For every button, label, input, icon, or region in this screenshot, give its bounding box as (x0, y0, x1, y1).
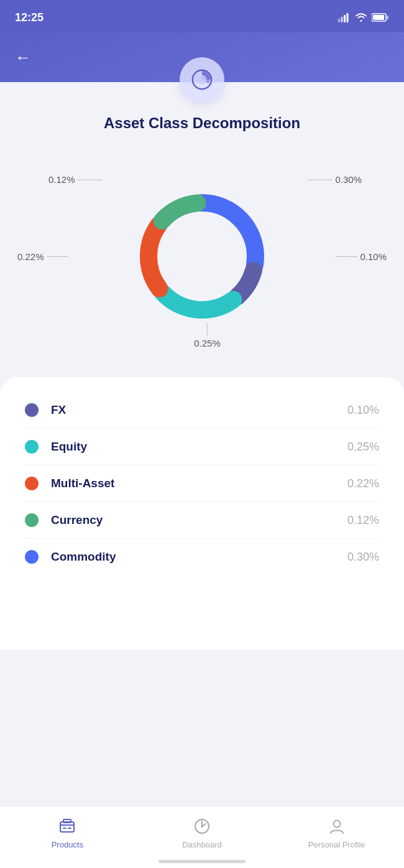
label-fx: 0.10% (336, 251, 387, 262)
page-title: Asset Class Decomposition (0, 114, 404, 132)
signal-icon (338, 12, 351, 22)
nav-label-dashboard: Dashboard (182, 840, 222, 849)
legend-dot-fx (25, 403, 39, 417)
svg-rect-14 (60, 822, 74, 832)
svg-point-19 (201, 825, 203, 828)
svg-rect-1 (341, 17, 343, 22)
legend-item-multiasset: Multi-Asset 0.22% (25, 465, 379, 502)
nav-item-products[interactable]: Products (0, 814, 135, 849)
home-indicator (158, 860, 246, 863)
donut-chart (121, 175, 283, 337)
legend-value-equity: 0.25% (347, 441, 379, 454)
bottom-nav: Products Dashboard Personal Profile (0, 806, 404, 868)
svg-rect-6 (387, 16, 388, 19)
products-icon (57, 816, 77, 836)
svg-rect-5 (373, 15, 384, 20)
nav-label-products: Products (52, 840, 83, 849)
svg-rect-2 (344, 15, 346, 22)
nav-label-profile: Personal Profile (308, 840, 365, 849)
legend-label-multiasset: Multi-Asset (51, 477, 114, 490)
label-equity: 0.25% (194, 323, 221, 348)
battery-icon (372, 12, 389, 22)
svg-rect-15 (63, 819, 71, 823)
legend-value-fx: 0.10% (347, 404, 379, 417)
legend-item-currency: Currency 0.12% (25, 502, 379, 539)
dashboard-icon (192, 816, 212, 836)
legend-dot-currency (25, 513, 39, 527)
nav-item-profile[interactable]: Personal Profile (269, 814, 404, 849)
legend-label-commodity: Commodity (51, 550, 116, 564)
legend-label-equity: Equity (51, 440, 87, 454)
profile-icon (327, 816, 347, 836)
legend-section: FX 0.10% Equity 0.25% Multi-Asset 0.22% … (0, 377, 404, 650)
status-bar: 12:25 (0, 0, 404, 32)
svg-rect-0 (338, 19, 340, 22)
chart-area: 0.12% 0.30% 0.22% 0.10% 0.25% (0, 151, 404, 362)
svg-rect-3 (347, 13, 349, 22)
legend-label-currency: Currency (51, 513, 103, 527)
legend-dot-commodity (25, 550, 39, 564)
label-multiasset: 0.22% (17, 251, 68, 262)
pie-chart-icon (190, 68, 214, 91)
legend-item-equity: Equity 0.25% (25, 429, 379, 465)
back-button[interactable]: ← (15, 48, 31, 67)
legend-item-fx: FX 0.10% (25, 392, 379, 429)
nav-item-dashboard[interactable]: Dashboard (135, 814, 270, 849)
label-commodity: 0.30% (308, 174, 362, 185)
legend-value-commodity: 0.30% (347, 551, 379, 564)
legend-value-multiasset: 0.22% (347, 477, 379, 490)
chart-icon-circle (180, 57, 224, 102)
legend-label-fx: FX (51, 403, 66, 417)
svg-point-20 (333, 821, 340, 828)
legend-item-commodity: Commodity 0.30% (25, 539, 379, 575)
wifi-icon (354, 12, 368, 22)
legend-value-currency: 0.12% (347, 514, 379, 527)
legend-dot-multiasset (25, 477, 39, 490)
main-content: Asset Class Decomposition 0.12% 0.30% 0.… (0, 82, 404, 662)
status-time: 12:25 (15, 11, 44, 24)
header: ← (0, 32, 404, 82)
label-currency: 0.12% (48, 174, 103, 185)
legend-dot-equity (25, 440, 39, 454)
status-icons (338, 12, 389, 22)
svg-point-8 (197, 75, 206, 84)
